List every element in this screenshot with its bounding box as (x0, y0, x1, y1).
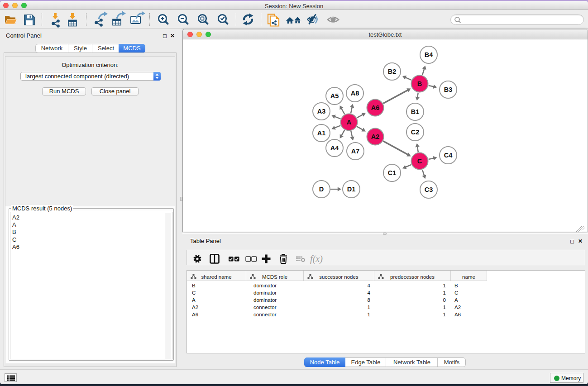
svg-text:B1: B1 (411, 108, 420, 115)
svg-text:B: B (417, 80, 422, 87)
svg-text:A5: A5 (330, 92, 339, 100)
svg-text:C1: C1 (388, 169, 397, 176)
svg-text:f(x): f(x) (310, 254, 323, 264)
svg-text:C3: C3 (425, 186, 433, 193)
svg-text:A8: A8 (351, 90, 359, 97)
svg-text:A: A (347, 119, 352, 126)
svg-text:D1: D1 (347, 186, 356, 193)
svg-text:A2: A2 (371, 133, 380, 140)
svg-text:C2: C2 (411, 129, 420, 136)
svg-text:A4: A4 (330, 144, 339, 152)
svg-text:B4: B4 (425, 51, 433, 58)
svg-text:D: D (319, 186, 324, 193)
svg-text:C: C (417, 157, 422, 165)
svg-text:A7: A7 (351, 148, 360, 155)
svg-text:B3: B3 (444, 86, 453, 93)
svg-text:A1: A1 (317, 129, 326, 137)
svg-text:B2: B2 (388, 68, 397, 75)
svg-text:C4: C4 (444, 152, 453, 159)
svg-text:A6: A6 (371, 104, 380, 111)
svg-text:A3: A3 (317, 108, 326, 115)
